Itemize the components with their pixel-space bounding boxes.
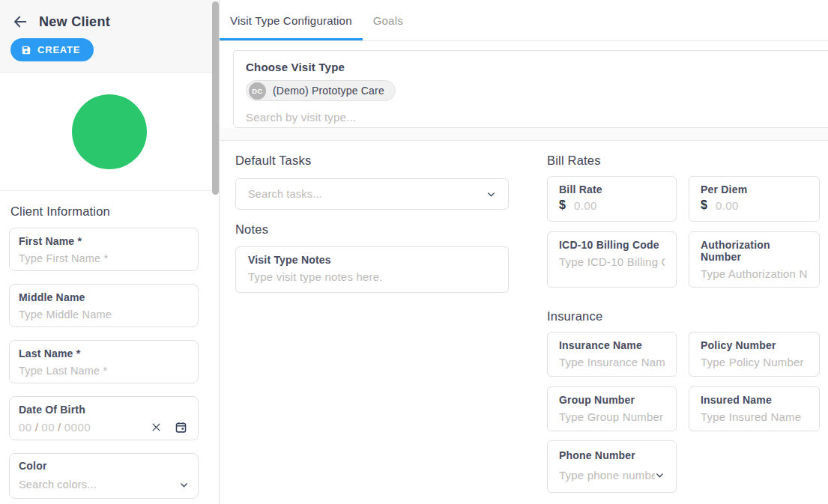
first-name-field[interactable]: First Name * Type First Name * <box>9 228 199 271</box>
tab-label: Goals <box>373 14 403 27</box>
tab-goals[interactable]: Goals <box>363 0 414 40</box>
visit-type-notes-field[interactable]: Visit Type Notes Type visit type notes h… <box>235 246 509 293</box>
right-column: Bill Rates Bill Rate $ 0.00 Per Diem $ <box>547 141 821 504</box>
authorization-number-field[interactable]: Authorization Number Type Authorization … <box>689 231 820 288</box>
insurance-name-field[interactable]: Insurance Name Type Insurance Name <box>547 332 677 377</box>
calendar-icon[interactable] <box>175 421 187 434</box>
tab-label: Visit Type Configuration <box>230 14 352 27</box>
group-number-field[interactable]: Group Number Type Group Number <box>547 386 677 431</box>
icd10-billing-code-placeholder: Type ICD-10 Billing Code <box>559 255 665 268</box>
choose-visit-type-title: Choose Visit Type <box>246 61 820 73</box>
search-tasks-select[interactable]: Search tasks... <box>235 178 509 210</box>
clear-date-icon[interactable] <box>151 422 162 433</box>
main-panel: Visit Type Configuration Goals Choose Vi… <box>220 0 828 504</box>
back-arrow-icon[interactable] <box>10 12 30 31</box>
first-name-placeholder: Type First Name * <box>19 252 189 264</box>
authorization-number-label: Authorization Number <box>701 239 808 263</box>
policy-number-field[interactable]: Policy Number Type Policy Number <box>689 332 820 377</box>
per-diem-label: Per Diem <box>701 183 808 195</box>
color-label: Color <box>19 460 189 472</box>
insurance-name-label: Insurance Name <box>559 339 665 351</box>
visit-type-chip[interactable]: DC (Demo) Prototype Care <box>246 80 396 101</box>
first-name-label: First Name * <box>19 235 189 247</box>
policy-number-label: Policy Number <box>701 339 808 351</box>
notes-heading: Notes <box>235 222 509 237</box>
phone-number-field[interactable]: Phone Number Type phone number <box>547 440 677 493</box>
client-avatar[interactable] <box>72 94 147 169</box>
dob-separator: / <box>55 421 64 434</box>
date-of-birth-label: Date Of Birth <box>19 404 189 416</box>
currency-symbol: $ <box>559 198 566 212</box>
bill-rate-placeholder: 0.00 <box>574 199 597 212</box>
visit-type-notes-label: Visit Type Notes <box>248 254 496 266</box>
insured-name-label: Insured Name <box>701 394 808 406</box>
configuration-content: Default Tasks Search tasks... Notes Visi… <box>220 141 828 504</box>
sidebar-scrollbar-thumb[interactable] <box>212 1 219 195</box>
visit-type-notes-placeholder: Type visit type notes here. <box>248 270 496 283</box>
per-diem-field[interactable]: Per Diem $ 0.00 <box>689 176 820 222</box>
bill-rate-field[interactable]: Bill Rate $ 0.00 <box>547 176 677 222</box>
per-diem-placeholder: 0.00 <box>716 199 739 212</box>
bill-rates-heading: Bill Rates <box>547 154 821 168</box>
left-column: Default Tasks Search tasks... Notes Visi… <box>235 141 509 504</box>
insurance-heading: Insurance <box>547 309 821 324</box>
chevron-down-icon[interactable] <box>179 480 189 490</box>
color-placeholder: Search colors... <box>19 479 179 491</box>
dob-year-placeholder[interactable]: 0000 <box>64 421 91 434</box>
visit-type-panel: Choose Visit Type DC (Demo) Prototype Ca… <box>220 41 828 128</box>
dob-month-placeholder[interactable]: 00 <box>19 421 32 434</box>
authorization-number-placeholder: Type Authorization Number <box>701 267 808 280</box>
group-number-label: Group Number <box>559 394 665 406</box>
middle-name-field[interactable]: Middle Name Type Middle Name <box>9 284 199 327</box>
last-name-field[interactable]: Last Name * Type Last Name * <box>9 340 199 383</box>
client-sidebar: New Client CREATE Client Information Fir… <box>0 0 220 504</box>
middle-name-placeholder: Type Middle Name <box>19 309 189 321</box>
insured-name-field[interactable]: Insured Name Type Insured Name <box>689 386 820 431</box>
chevron-down-icon <box>486 189 496 199</box>
date-of-birth-field[interactable]: Date Of Birth 00 / 00 / 0000 <box>9 396 199 440</box>
icd10-billing-code-field[interactable]: ICD-10 Billing Code Type ICD-10 Billing … <box>547 231 677 288</box>
chip-label: (Demo) Prototype Care <box>273 85 384 97</box>
visit-type-search-input[interactable]: Search by visit type... <box>246 111 820 124</box>
icd10-billing-code-label: ICD-10 Billing Code <box>559 239 665 251</box>
choose-visit-type-card: Choose Visit Type DC (Demo) Prototype Ca… <box>233 50 828 128</box>
dob-separator: / <box>32 421 42 434</box>
create-button-label: CREATE <box>37 44 80 55</box>
chevron-down-icon[interactable] <box>655 470 665 480</box>
new-client-page: New Client CREATE Client Information Fir… <box>0 0 828 504</box>
search-tasks-placeholder: Search tasks... <box>248 188 486 200</box>
policy-number-placeholder: Type Policy Number <box>701 356 808 368</box>
client-information-heading: Client Information <box>0 191 219 228</box>
tab-visit-type-configuration[interactable]: Visit Type Configuration <box>220 0 363 40</box>
last-name-placeholder: Type Last Name * <box>19 365 189 377</box>
phone-number-label: Phone Number <box>559 449 665 461</box>
bill-rate-label: Bill Rate <box>559 183 665 195</box>
save-icon <box>21 45 31 55</box>
group-number-placeholder: Type Group Number <box>559 410 665 423</box>
color-field[interactable]: Color Search colors... <box>9 453 199 499</box>
dob-day-placeholder[interactable]: 00 <box>41 421 55 434</box>
insurance-name-placeholder: Type Insurance Name <box>559 356 665 368</box>
chip-avatar: DC <box>249 82 266 100</box>
insured-name-placeholder: Type Insured Name <box>701 410 808 423</box>
sidebar-header: New Client CREATE <box>0 0 219 73</box>
tab-bar: Visit Type Configuration Goals <box>220 0 828 41</box>
currency-symbol: $ <box>701 198 707 212</box>
insurance-grid: Insurance Name Type Insurance Name Polic… <box>547 332 821 431</box>
middle-name-label: Middle Name <box>19 291 189 303</box>
create-button[interactable]: CREATE <box>10 38 94 61</box>
default-tasks-heading: Default Tasks <box>235 154 509 168</box>
client-information-fields: First Name * Type First Name * Middle Na… <box>0 228 219 499</box>
last-name-label: Last Name * <box>19 347 189 359</box>
panel-divider <box>220 128 828 141</box>
avatar-section <box>0 73 219 191</box>
page-title: New Client <box>39 14 110 30</box>
phone-number-placeholder: Type phone number <box>559 469 655 482</box>
bill-rates-grid: Bill Rate $ 0.00 Per Diem $ 0.00 <box>547 176 821 288</box>
